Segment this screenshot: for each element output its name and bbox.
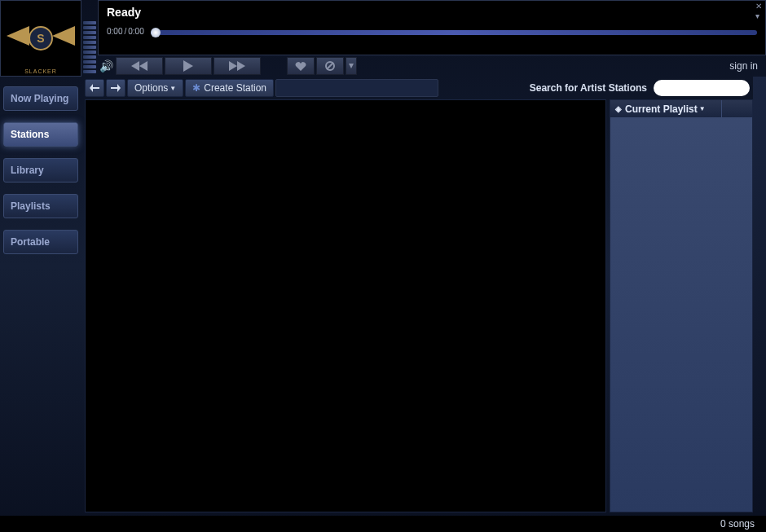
search-input[interactable]	[662, 83, 766, 93]
status-bar: 0 songs	[0, 516, 766, 532]
playlist-title: Current Playlist	[625, 103, 698, 115]
more-controls-button[interactable]	[346, 57, 357, 75]
sidebar: Now Playing Stations Library Playlists P…	[0, 81, 81, 516]
svg-line-1	[327, 63, 333, 69]
playlist-panel: ◈ Current Playlist ▼	[610, 99, 753, 512]
previous-button[interactable]	[116, 57, 163, 75]
playlist-icon: ◈	[615, 104, 622, 113]
sidebar-item-playlists[interactable]: Playlists	[3, 194, 78, 218]
playlist-header-split[interactable]	[721, 100, 747, 117]
nav-forward-button[interactable]	[106, 79, 125, 97]
sidebar-item-library[interactable]: Library	[3, 158, 78, 182]
playlist-header[interactable]: ◈ Current Playlist ▼	[610, 100, 752, 118]
next-button[interactable]	[214, 57, 261, 75]
breadcrumb	[275, 79, 438, 97]
progress-thumb[interactable]	[151, 28, 161, 37]
brand-name: SLACKER	[24, 68, 57, 74]
sign-in-link[interactable]: sign in	[729, 60, 758, 72]
now-playing-display: Ready 0:00 / 0:00 ✕ ▾	[98, 0, 766, 55]
nav-back-button[interactable]	[85, 79, 104, 97]
create-station-button[interactable]: ✱ Create Station	[185, 79, 274, 97]
time-elapsed: 0:00	[107, 27, 122, 36]
progress-bar[interactable]	[151, 30, 757, 35]
options-label: Options	[134, 82, 168, 94]
sidebar-item-portable[interactable]: Portable	[3, 230, 78, 254]
chevron-down-icon: ▼	[169, 85, 176, 92]
scrollbar-gutter[interactable]	[753, 77, 766, 516]
search-label: Search for Artist Stations	[530, 82, 647, 94]
options-menu[interactable]: Options ▼	[127, 79, 183, 97]
brand-logo[interactable]: S SLACKER	[0, 0, 81, 77]
create-station-label: Create Station	[204, 82, 266, 94]
search-field[interactable]	[654, 80, 750, 96]
brand-monogram: S	[29, 26, 53, 51]
sidebar-item-stations[interactable]: Stations	[3, 122, 78, 147]
speaker-icon[interactable]: 🔊	[98, 58, 114, 74]
favorite-button[interactable]	[287, 57, 315, 75]
window-menu-icon[interactable]: ▾	[755, 12, 762, 20]
star-icon: ✱	[192, 82, 200, 94]
volume-meter[interactable]	[81, 0, 98, 77]
close-icon[interactable]: ✕	[755, 2, 762, 11]
main-content-area	[85, 99, 606, 512]
time-total: 0:00	[128, 27, 143, 36]
play-button[interactable]	[165, 57, 212, 75]
song-count: 0 songs	[720, 518, 755, 530]
sidebar-item-now-playing[interactable]: Now Playing	[3, 86, 78, 111]
chevron-down-icon: ▼	[699, 105, 706, 112]
player-status: Ready	[107, 6, 757, 19]
ban-button[interactable]	[316, 57, 344, 75]
